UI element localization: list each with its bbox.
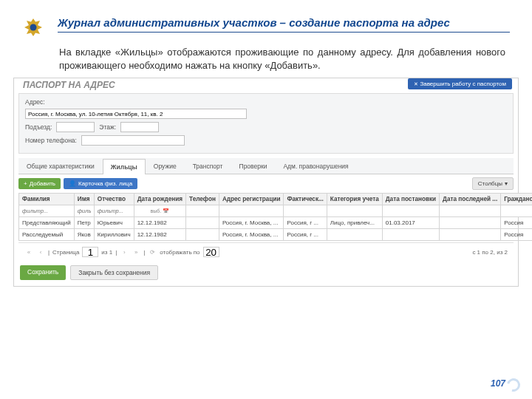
pager-prev-icon[interactable]: ‹ [36, 248, 45, 256]
slide-description: На вкладке «Жильцы» отображаются прожива… [0, 41, 532, 78]
pager-last-icon[interactable]: » [132, 248, 140, 256]
emblem-icon [22, 16, 44, 38]
cell: Россия [501, 229, 532, 241]
col-header-5[interactable]: Адрес регистрации [219, 194, 284, 205]
cell: Представляющий [19, 217, 75, 229]
cell: 01.03.2017 [382, 217, 439, 229]
cell: Россия, г ... [284, 229, 327, 241]
pager-next-icon[interactable]: › [120, 248, 129, 256]
cell [186, 229, 219, 241]
col-header-1[interactable]: Имя [74, 194, 94, 205]
floor-input[interactable] [120, 122, 159, 132]
app-panel: ПАСПОРТ НА АДРЕС Завершить работу с пасп… [13, 78, 519, 287]
col-header-4[interactable]: Телефон [186, 194, 219, 205]
card-title: ПАСПОРТ НА АДРЕС [17, 78, 121, 90]
col-header-7[interactable]: Категория учета [327, 194, 382, 205]
page-number: 107 [491, 378, 505, 389]
tab-5[interactable]: Адм. правонарушения [275, 158, 356, 174]
col-header-6[interactable]: Фактическ... [284, 194, 327, 205]
col-header-2[interactable]: Отчество [94, 194, 134, 205]
slide-header: Журнал административных участков – созда… [0, 0, 532, 41]
pager-summary: с 1 по 2, из 2 [472, 249, 508, 256]
tab-0[interactable]: Общие характеристики [18, 158, 103, 174]
cell: Россия, г. Москва, ... [219, 229, 284, 241]
col-header-3[interactable]: Дата рождения [134, 194, 185, 205]
cell [186, 217, 219, 229]
col-header-9[interactable]: Дата последней ... [440, 194, 501, 205]
columns-button[interactable]: Столбцы ▾ [472, 177, 514, 190]
pager: « ‹ | Страница из 1 | › » | ⟳ отображать… [18, 242, 514, 261]
cell: 12.12.1982 [134, 229, 185, 241]
label-address: Адрес: [25, 98, 45, 106]
filter-input-0[interactable] [22, 208, 71, 214]
end-work-button[interactable]: Завершить работу с паспортом [408, 78, 512, 89]
svg-point-0 [30, 24, 37, 31]
plus-icon: + [24, 180, 27, 187]
person-card-button[interactable]: 👤Карточка физ. лица [64, 178, 137, 189]
pager-first-icon[interactable]: « [24, 248, 33, 256]
col-header-10[interactable]: Гражданство [501, 194, 532, 205]
pager-perpage-input[interactable] [203, 247, 219, 257]
cell: Расследуемый [19, 229, 75, 241]
chevron-down-icon: ▾ [505, 180, 508, 187]
col-header-0[interactable]: Фамилия [19, 194, 75, 205]
pager-display-label: отображать по [160, 249, 200, 256]
add-button[interactable]: +Добавить [18, 178, 61, 189]
cell [382, 229, 439, 241]
save-bar: Сохранить Закрыть без сохранения [14, 261, 518, 286]
filter-input-1[interactable] [78, 208, 91, 214]
tabs: Общие характеристикиЖильцыОружиеТранспор… [18, 158, 514, 174]
cell: Кириллович [94, 229, 134, 241]
cell [440, 229, 501, 241]
pager-page-label: Страница [52, 249, 79, 256]
filter-input-2[interactable] [98, 208, 131, 214]
cell: 12.12.1982 [134, 217, 185, 229]
close-button[interactable]: Закрыть без сохранения [70, 265, 158, 280]
col-header-8[interactable]: Дата постановки [382, 194, 439, 205]
filter-input-4[interactable] [189, 208, 216, 214]
filter-input-8[interactable] [386, 208, 436, 214]
cell [440, 217, 501, 229]
cell: Петр [74, 217, 94, 229]
cell [327, 229, 382, 241]
label-entrance: Подъезд: [25, 123, 52, 131]
filter-input-5[interactable] [222, 208, 281, 214]
entrance-input[interactable] [56, 122, 95, 132]
table-toolbar: +Добавить 👤Карточка физ. лица Столбцы ▾ [14, 174, 518, 193]
phone-input[interactable] [81, 135, 185, 146]
pager-of: из 1 [101, 249, 112, 256]
label-phone: Номер телефона: [25, 137, 77, 144]
filter-input-10[interactable] [504, 208, 532, 214]
table-row[interactable]: РасследуемыйЯковКириллович12.12.1982Росс… [19, 229, 533, 241]
person-icon: 👤 [69, 180, 76, 187]
date-filter[interactable]: выб. 📅 [137, 208, 183, 214]
cell: Яков [74, 229, 94, 241]
decorative-swirl [505, 376, 523, 395]
tab-2[interactable]: Оружие [146, 158, 185, 174]
tab-1[interactable]: Жильцы [103, 159, 146, 174]
residents-table: ФамилияИмяОтчествоДата рожденияТелефонАд… [18, 193, 532, 241]
cell: Юрьевич [94, 217, 134, 229]
slide-title: Журнал административных участков – созда… [58, 16, 510, 30]
cell: Россия, г ... [284, 217, 327, 229]
address-input[interactable] [25, 109, 247, 119]
save-button[interactable]: Сохранить [20, 265, 66, 280]
filter-input-7[interactable] [330, 208, 379, 214]
tab-4[interactable]: Проверки [231, 158, 276, 174]
pager-refresh-icon[interactable]: ⟳ [148, 248, 157, 256]
pager-page-input[interactable] [82, 247, 98, 257]
label-floor: Этаж: [99, 123, 116, 131]
filter-input-9[interactable] [443, 208, 497, 214]
address-form: Адрес: Подъезд: Этаж: Номер телефона: [18, 93, 514, 154]
filter-input-6[interactable] [287, 208, 323, 214]
cell: Россия, г. Москва, ... [219, 217, 284, 229]
tab-3[interactable]: Транспорт [185, 158, 231, 174]
cell: Лицо, привлеч... [327, 217, 382, 229]
cell: Россия [501, 217, 532, 229]
table-row[interactable]: ПредставляющийПетрЮрьевич12.12.1982Росси… [19, 217, 533, 229]
